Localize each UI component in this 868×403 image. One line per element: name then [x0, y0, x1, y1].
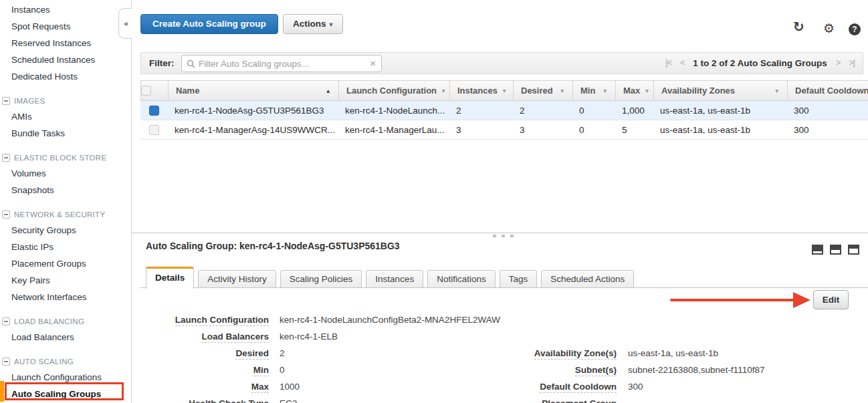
pane-small-icon[interactable]: [812, 245, 823, 255]
sidebar-collapse-handle[interactable]: ◀: [118, 8, 132, 39]
collapse-section-icon: [2, 211, 10, 219]
first-page-icon[interactable]: |<: [665, 53, 671, 74]
next-page-icon[interactable]: >: [836, 53, 840, 74]
tab-details[interactable]: Details: [146, 267, 194, 289]
tab-notifications[interactable]: Notifications: [427, 270, 496, 288]
tab-instances[interactable]: Instances: [366, 270, 423, 288]
field-row: Load Balancers ken-rc4-1-ELB: [146, 328, 500, 345]
filter-input-wrap: ×: [181, 55, 382, 72]
sidebar-item-spot-requests[interactable]: Spot Requests: [0, 18, 131, 35]
field-value: 0: [280, 365, 285, 375]
sidebar-item-bundle-tasks[interactable]: Bundle Tasks: [0, 125, 131, 142]
last-page-icon[interactable]: >|: [849, 53, 855, 74]
auto-scaling-groups-table: Name ▲ Launch Configuration ▼ Instances …: [140, 80, 868, 140]
tab-scaling-policies[interactable]: Scaling Policies: [280, 270, 362, 288]
detail-panel-title: Auto Scaling Group: ken-rc4-1-NodeAsg-G5…: [146, 241, 400, 251]
annotation-arrow: [670, 299, 798, 301]
sidebar-item-snapshots[interactable]: Snapshots: [0, 182, 131, 198]
actions-button[interactable]: Actions▾: [283, 14, 343, 34]
sidebar-item-elastic-ips[interactable]: Elastic IPs: [0, 239, 131, 255]
refresh-icon[interactable]: ↻: [793, 19, 804, 35]
gear-icon[interactable]: ⚙: [823, 21, 835, 36]
field-value: 300: [628, 382, 643, 392]
field-row: Health Check Type EC2: [146, 395, 500, 403]
pagination: |< < 1 to 2 of 2 Auto Scaling Groups > >…: [665, 53, 855, 74]
field-value: subnet-22163808,subnet-f1110f87: [628, 365, 764, 375]
create-auto-scaling-group-button[interactable]: Create Auto Scaling group: [140, 14, 278, 34]
table-row[interactable]: ken-rc4-1-ManagerAsg-14US9WWCR... ken-rc…: [140, 120, 868, 140]
row-checkbox[interactable]: [149, 106, 159, 116]
column-header-default-cooldown[interactable]: Default Cooldown: [787, 81, 868, 100]
divider-drag-handle-icon[interactable]: [493, 235, 514, 237]
sidebar-section-label: AUTO SCALING: [14, 354, 74, 369]
panel-divider: [132, 233, 868, 233]
sidebar-item-instances[interactable]: Instances: [0, 1, 131, 18]
sidebar-section-network-security[interactable]: NETWORK & SECURITY: [0, 207, 131, 222]
cell-desired: 3: [512, 120, 572, 139]
sidebar-item-amis[interactable]: AMIs: [0, 108, 131, 125]
row-checkbox[interactable]: [149, 125, 159, 135]
column-header-max[interactable]: Max ▼: [615, 81, 653, 100]
column-header-launch-configuration[interactable]: Launch Configuration ▼: [338, 81, 449, 100]
table-row[interactable]: ken-rc4-1-NodeAsg-G5TU3P561BG3 ken-rc4-1…: [140, 101, 868, 120]
column-header-name[interactable]: Name ▲: [168, 81, 338, 100]
sidebar-section-label: IMAGES: [14, 94, 45, 108]
field-label: Load Balancers: [146, 331, 269, 342]
field-row: Launch Configuration ken-rc4-1-NodeLaunc…: [146, 311, 500, 328]
sidebar-section-images[interactable]: IMAGES: [0, 94, 131, 108]
field-label: Default Cooldown: [515, 382, 617, 392]
sidebar-item-network-interfaces[interactable]: Network Interfaces: [0, 289, 131, 305]
field-value: 2: [280, 348, 285, 358]
table-header-row: Name ▲ Launch Configuration ▼ Instances …: [140, 80, 868, 101]
sidebar-nav: Instances Spot Requests Reserved Instanc…: [0, 0, 132, 403]
cell-default-cooldown: 300: [786, 120, 868, 139]
sort-icon: ▼: [560, 88, 565, 94]
sidebar-section-load-balancing[interactable]: LOAD BALANCING: [0, 314, 131, 329]
field-label: Max: [146, 382, 269, 392]
row-checkbox-cell: [140, 101, 167, 120]
sidebar-section-label: LOAD BALANCING: [14, 314, 84, 329]
tab-scheduled-actions[interactable]: Scheduled Actions: [541, 270, 634, 288]
cell-availability-zones: us-east-1a, us-east-1b: [653, 101, 786, 120]
help-icon[interactable]: ?: [849, 23, 861, 35]
select-all-checkbox[interactable]: [141, 86, 151, 96]
field-row: Subnet(s) subnet-22163808,subnet-f1110f8…: [515, 362, 764, 378]
sidebar-section-auto-scaling[interactable]: AUTO SCALING: [0, 354, 131, 369]
cell-max: 1,000: [615, 101, 653, 120]
actions-button-label: Actions: [293, 19, 326, 29]
select-all-checkbox-cell: [141, 81, 168, 100]
field-value: 1000: [280, 382, 300, 392]
sort-icon: ▼: [502, 88, 507, 94]
sidebar-item-volumes[interactable]: Volumes: [0, 165, 131, 182]
column-header-desired[interactable]: Desired ▼: [513, 81, 572, 100]
tab-activity-history[interactable]: Activity History: [198, 270, 276, 288]
sidebar-item-security-groups[interactable]: Security Groups: [0, 222, 131, 239]
field-label: Desired: [146, 348, 269, 358]
sidebar-item-launch-configurations[interactable]: Launch Configurations: [0, 369, 131, 386]
column-header-min[interactable]: Min ▼: [572, 81, 615, 100]
cell-desired: 2: [512, 101, 572, 120]
column-header-instances[interactable]: Instances ▼: [449, 81, 513, 100]
sidebar-item-placement-groups[interactable]: Placement Groups: [0, 255, 131, 272]
sort-icon: ▼: [603, 88, 608, 94]
sidebar-item-load-balancers[interactable]: Load Balancers: [0, 329, 131, 346]
detail-fields-right: Availability Zone(s) us-east-1a, us-east…: [515, 345, 764, 403]
field-row: Max 1000: [146, 378, 500, 395]
edit-button[interactable]: Edit: [813, 290, 849, 309]
sidebar-item-scheduled-instances[interactable]: Scheduled Instances: [0, 51, 131, 68]
pane-large-icon[interactable]: [848, 245, 859, 255]
prev-page-icon[interactable]: <: [680, 53, 684, 74]
annotation-arrow-head: [793, 292, 810, 308]
ec2-console-screen: Instances Spot Requests Reserved Instanc…: [0, 0, 868, 403]
tab-tags[interactable]: Tags: [500, 270, 538, 288]
sidebar-item-key-pairs[interactable]: Key Pairs: [0, 272, 131, 289]
sidebar-item-auto-scaling-groups[interactable]: Auto Scaling Groups: [0, 386, 131, 402]
clear-filter-icon[interactable]: ×: [370, 57, 376, 69]
column-header-availability-zones[interactable]: Availability Zones ▼: [653, 81, 787, 100]
sidebar-item-reserved-instances[interactable]: Reserved Instances: [0, 35, 131, 51]
filter-input[interactable]: [199, 56, 366, 71]
field-value: ken-rc4-1-NodeLaunchConfigBeta2-MNA2HFEL…: [280, 315, 500, 325]
sidebar-item-dedicated-hosts[interactable]: Dedicated Hosts: [0, 68, 131, 85]
sidebar-section-elastic-block-store[interactable]: ELASTIC BLOCK STORE: [0, 150, 131, 165]
pane-medium-icon[interactable]: [830, 245, 841, 255]
